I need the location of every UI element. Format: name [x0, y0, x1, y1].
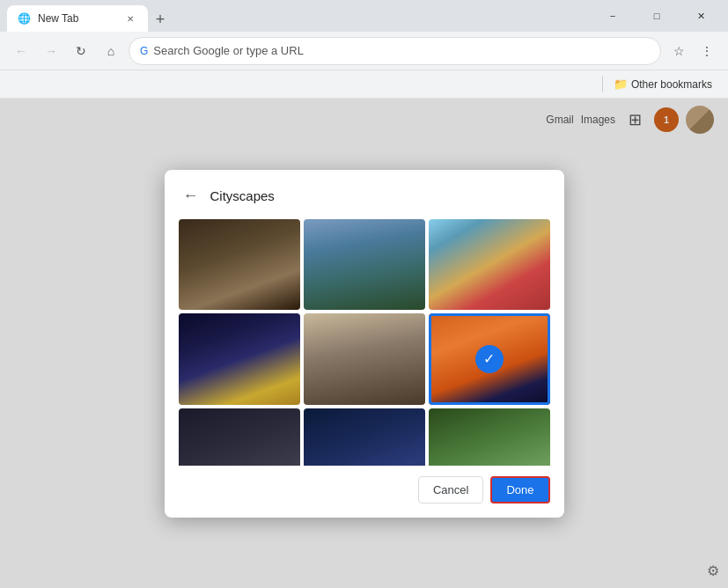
tab-strip: 🌐 New Tab ✕ + — [7, 0, 173, 32]
minimize-button[interactable]: − — [592, 0, 633, 32]
done-button[interactable]: Done — [490, 476, 549, 503]
toolbar: ← → ↻ ⌂ G Search Google or type a URL ☆ … — [0, 32, 728, 70]
close-button[interactable]: ✕ — [680, 0, 721, 32]
bookmark-button[interactable]: ☆ — [666, 39, 691, 63]
toolbar-right: ☆ ⋮ — [666, 39, 719, 63]
modal-overlay: ← Cityscapes ✓ Cancel Done — [0, 99, 728, 588]
google-icon: G — [140, 45, 148, 57]
tab-title: New Tab — [38, 12, 78, 25]
image-grid: ✓ — [179, 219, 550, 466]
dialog-footer: Cancel Done — [165, 466, 564, 503]
bookmark-divider — [602, 77, 603, 92]
selected-checkmark: ✓ — [475, 345, 504, 373]
image-cell-9[interactable] — [429, 408, 550, 466]
forward-button[interactable]: → — [39, 39, 63, 63]
more-button[interactable]: ⋮ — [695, 39, 719, 63]
folder-icon: 📁 — [614, 77, 628, 91]
title-bar: 🌐 New Tab ✕ + − □ ✕ — [0, 0, 728, 32]
active-tab[interactable]: 🌐 New Tab ✕ — [7, 5, 148, 32]
other-bookmarks-label: Other bookmarks — [631, 78, 712, 91]
image-cell-2[interactable] — [304, 219, 425, 311]
image-cell-7[interactable] — [179, 408, 300, 466]
new-tab-button[interactable]: + — [148, 7, 173, 32]
other-bookmarks[interactable]: 📁 Other bookmarks — [607, 74, 719, 94]
dialog-header: ← Cityscapes — [165, 184, 564, 219]
dialog-back-button[interactable]: ← — [179, 184, 203, 209]
window-controls: − □ ✕ — [592, 0, 721, 32]
image-cell-1[interactable] — [179, 219, 300, 311]
image-cell-4[interactable] — [179, 313, 300, 405]
wallpaper-dialog: ← Cityscapes ✓ Cancel Done — [165, 170, 564, 518]
maximize-button[interactable]: □ — [636, 0, 677, 32]
back-button[interactable]: ← — [9, 39, 33, 63]
address-bar-text: Search Google or type a URL — [153, 44, 304, 57]
dialog-title: Cityscapes — [210, 188, 275, 203]
tab-close-button[interactable]: ✕ — [123, 11, 137, 26]
cancel-button[interactable]: Cancel — [418, 476, 483, 503]
image-cell-6[interactable]: ✓ — [429, 313, 550, 405]
image-cell-3[interactable] — [429, 219, 550, 311]
bookmarks-bar: 📁 Other bookmarks — [0, 70, 728, 99]
image-cell-5[interactable] — [304, 313, 425, 405]
reload-button[interactable]: ↻ — [69, 39, 93, 63]
image-grid-container[interactable]: ✓ — [165, 219, 564, 466]
home-button[interactable]: ⌂ — [99, 39, 123, 63]
image-cell-8[interactable] — [304, 408, 425, 466]
tab-favicon: 🌐 — [18, 12, 31, 25]
address-bar[interactable]: G Search Google or type a URL — [129, 37, 661, 65]
new-tab-page: Gmail Images ⊞ 1 ⚙ ← Cityscapes ✓ Cancel… — [0, 99, 728, 588]
